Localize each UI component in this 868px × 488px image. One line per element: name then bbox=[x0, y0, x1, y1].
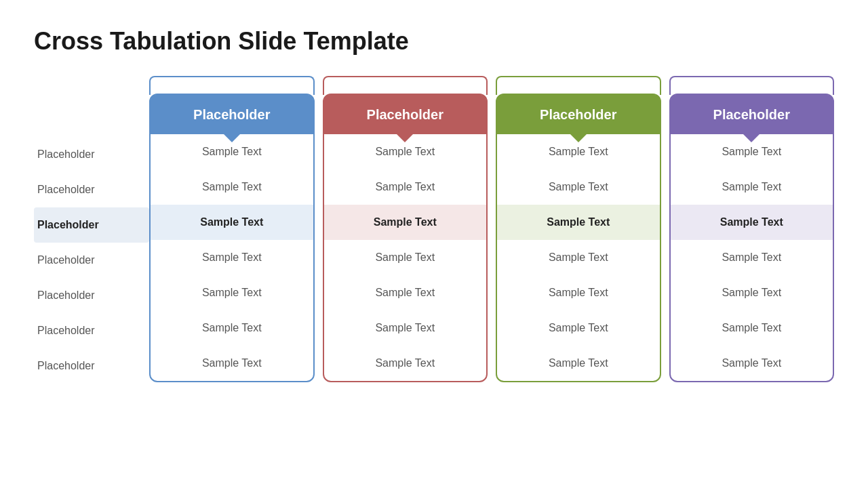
column-col1: PlaceholderSample TextSample TextSample … bbox=[149, 76, 315, 382]
cell-col3-row6: Sample Text bbox=[497, 346, 660, 381]
col-header-col1: Placeholder bbox=[151, 95, 313, 134]
col-header-col2: Placeholder bbox=[324, 95, 487, 134]
col-header-col3: Placeholder bbox=[497, 95, 660, 134]
cell-col3-row5: Sample Text bbox=[497, 310, 660, 346]
row-label-2: Placeholder bbox=[34, 207, 149, 243]
col-body-col2: Sample TextSample TextSample TextSample … bbox=[324, 134, 487, 381]
cell-col1-row5: Sample Text bbox=[151, 310, 313, 346]
row-label-6: Placeholder bbox=[34, 348, 149, 384]
row-label-3: Placeholder bbox=[34, 243, 149, 278]
cell-col1-row6: Sample Text bbox=[151, 346, 313, 381]
cell-col2-row4: Sample Text bbox=[324, 275, 487, 310]
col-body-col1: Sample TextSample TextSample TextSample … bbox=[151, 134, 313, 381]
col-card-col3: PlaceholderSample TextSample TextSample … bbox=[496, 94, 661, 382]
column-col3: PlaceholderSample TextSample TextSample … bbox=[496, 76, 661, 382]
col-card-col2: PlaceholderSample TextSample TextSample … bbox=[323, 94, 488, 382]
cell-col4-row3: Sample Text bbox=[671, 240, 833, 275]
col-header-col4: Placeholder bbox=[671, 95, 833, 134]
cell-col1-row1: Sample Text bbox=[151, 169, 313, 205]
col-stub-col1 bbox=[149, 76, 315, 95]
cell-col2-row3: Sample Text bbox=[324, 240, 487, 275]
row-labels: PlaceholderPlaceholderPlaceholderPlaceho… bbox=[34, 76, 149, 384]
cell-col2-row2: Sample Text bbox=[324, 205, 487, 240]
cell-col4-row2: Sample Text bbox=[671, 205, 833, 240]
cell-col3-row4: Sample Text bbox=[497, 275, 660, 310]
cell-col4-row6: Sample Text bbox=[671, 346, 833, 381]
cell-col1-row4: Sample Text bbox=[151, 275, 313, 310]
row-label-4: Placeholder bbox=[34, 278, 149, 313]
cell-col2-row6: Sample Text bbox=[324, 346, 487, 381]
table-area: PlaceholderPlaceholderPlaceholderPlaceho… bbox=[34, 76, 834, 384]
cell-col4-row4: Sample Text bbox=[671, 275, 833, 310]
row-label-1: Placeholder bbox=[34, 172, 149, 207]
col-card-col4: PlaceholderSample TextSample TextSample … bbox=[669, 94, 835, 382]
col-body-col3: Sample TextSample TextSample TextSample … bbox=[497, 134, 660, 381]
columns-area: PlaceholderSample TextSample TextSample … bbox=[149, 76, 834, 382]
row-label-0: Placeholder bbox=[34, 137, 149, 172]
cell-col3-row2: Sample Text bbox=[497, 205, 660, 240]
col-stub-col4 bbox=[669, 76, 835, 95]
cell-col4-row5: Sample Text bbox=[671, 310, 833, 346]
cell-col2-row5: Sample Text bbox=[324, 310, 487, 346]
cell-col3-row3: Sample Text bbox=[497, 240, 660, 275]
column-col4: PlaceholderSample TextSample TextSample … bbox=[669, 76, 835, 382]
col-body-col4: Sample TextSample TextSample TextSample … bbox=[671, 134, 833, 381]
slide: Cross Tabulation Slide Template Placehol… bbox=[0, 0, 868, 488]
row-label-5: Placeholder bbox=[34, 313, 149, 348]
cell-col4-row1: Sample Text bbox=[671, 169, 833, 205]
cell-col1-row2: Sample Text bbox=[151, 205, 313, 240]
col-stub-col2 bbox=[323, 76, 488, 95]
slide-title: Cross Tabulation Slide Template bbox=[34, 27, 834, 56]
column-col2: PlaceholderSample TextSample TextSample … bbox=[323, 76, 488, 382]
cell-col2-row1: Sample Text bbox=[324, 169, 487, 205]
col-stub-col3 bbox=[496, 76, 661, 95]
col-card-col1: PlaceholderSample TextSample TextSample … bbox=[149, 94, 315, 382]
cell-col1-row3: Sample Text bbox=[151, 240, 313, 275]
cell-col3-row1: Sample Text bbox=[497, 169, 660, 205]
